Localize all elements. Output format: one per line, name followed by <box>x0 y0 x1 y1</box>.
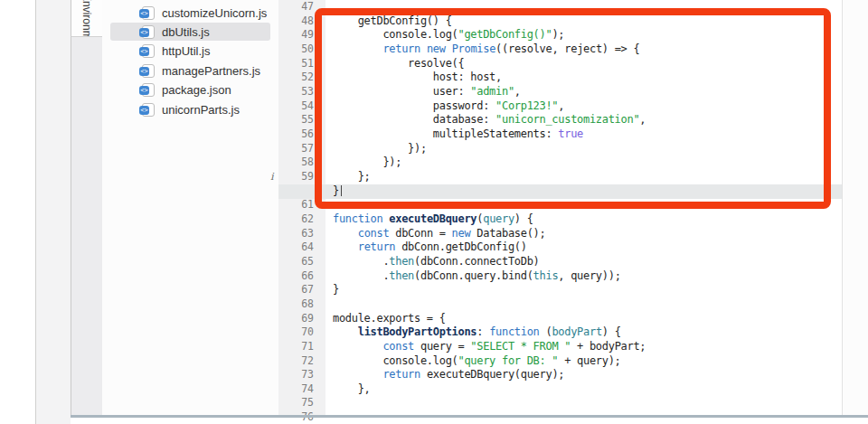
line-number-71[interactable]: 71 <box>278 340 314 354</box>
code-line-69[interactable]: module.exports = { <box>333 312 843 326</box>
line-number-56[interactable]: 56 <box>278 127 314 142</box>
code-line-67[interactable]: } <box>333 283 843 297</box>
line-number-74[interactable]: 74 <box>278 382 314 397</box>
line-number-52[interactable]: 52 <box>278 71 314 85</box>
code-line-58[interactable]: }); <box>333 155 843 170</box>
line-number-59[interactable]: 59 <box>278 170 314 184</box>
line-number-61[interactable]: 61 <box>278 198 314 212</box>
code-token: }, <box>333 382 371 395</box>
code-line-65[interactable]: .then(dbConn.connectToDb) <box>333 255 843 269</box>
tree-item-package.json[interactable]: <>package.json <box>110 81 270 99</box>
line-number-51[interactable]: 51 <box>278 57 314 71</box>
code-token: listBodyPartOptions <box>358 325 477 338</box>
line-number-53[interactable]: 53 <box>278 85 314 99</box>
code-token <box>333 325 358 338</box>
code-token: host: host, <box>333 71 502 83</box>
line-number-72[interactable]: 72 <box>278 354 314 369</box>
code-token: , query)); <box>558 269 620 282</box>
code-token: then <box>389 255 414 268</box>
line-number-47[interactable]: 47 <box>278 0 314 14</box>
line-number-62[interactable]: 62 <box>278 212 314 227</box>
code-line-63[interactable]: const dbConn = new Database(); <box>333 227 843 241</box>
code-line-61[interactable] <box>333 198 843 212</box>
collapsed-panel-strip <box>36 0 71 424</box>
line-number-54[interactable]: 54 <box>278 99 314 114</box>
code-line-53[interactable]: user: "admin", <box>333 85 843 99</box>
code-token: new <box>427 42 446 55</box>
file-name-label: httpUtil.js <box>162 44 210 58</box>
code-token: + bodyPart; <box>571 340 646 353</box>
code-token: ) { <box>514 212 533 225</box>
code-line-66[interactable]: .then(dbConn.query.bind(this, query)); <box>333 269 843 284</box>
code-token <box>333 368 382 381</box>
line-number-50[interactable]: 50 <box>278 42 314 57</box>
line-number-63[interactable]: 63 <box>278 227 314 241</box>
code-line-48[interactable]: getDbConfig() { <box>333 14 843 29</box>
code-token: "query for DB: " <box>458 354 559 367</box>
tree-item-dbUtils.js[interactable]: <>dbUtils.js <box>110 23 270 41</box>
code-line-52[interactable]: host: host, <box>333 71 843 85</box>
code-line-51[interactable]: resolve({ <box>333 57 843 71</box>
code-line-60[interactable]: } <box>333 184 843 199</box>
line-number-64[interactable]: 64 <box>278 240 314 255</box>
code-token: "unicorn_customization" <box>495 113 639 126</box>
line-number-57[interactable]: 57 <box>278 142 314 156</box>
code-token: . <box>333 255 389 268</box>
line-number-75[interactable]: 75 <box>278 396 314 410</box>
code-token: return <box>382 42 420 55</box>
js-file-icon: <> <box>142 103 155 117</box>
code-glyph-icon: <> <box>139 28 149 37</box>
code-editor[interactable]: 4748495051525354555657585960616263646566… <box>278 0 843 415</box>
code-line-54[interactable]: password: "Corp123!", <box>333 99 843 114</box>
code-token: dbConn.getDbConfig() <box>395 240 526 253</box>
code-token: , <box>514 85 521 98</box>
line-number-65[interactable]: 65 <box>278 255 314 269</box>
code-line-50[interactable]: return new Promise((resolve, reject) => … <box>333 42 843 57</box>
line-number-58[interactable]: 58 <box>278 155 314 170</box>
editor-gutter: 4748495051525354555657585960616263646566… <box>278 0 326 415</box>
line-number-70[interactable]: 70 <box>278 325 314 340</box>
code-token: }); <box>333 142 427 155</box>
tree-item-managePartners.js[interactable]: <>managePartners.js <box>110 61 270 80</box>
code-line-71[interactable]: const query = "SELECT * FROM " + bodyPar… <box>333 340 843 354</box>
right-margin <box>843 0 868 415</box>
code-line-70[interactable]: listBodyPartOptions: function (bodyPart)… <box>333 325 843 340</box>
code-line-64[interactable]: return dbConn.getDbConfig() <box>333 240 843 255</box>
code-line-74[interactable]: }, <box>333 382 843 397</box>
tab-environment[interactable]: Environment <box>71 0 102 37</box>
code-token: ((resolve, reject) => { <box>495 42 639 55</box>
code-line-57[interactable]: }); <box>333 142 843 156</box>
line-number-73[interactable]: 73 <box>278 368 314 382</box>
code-token: database: <box>333 113 495 126</box>
line-number-55[interactable]: 55 <box>278 113 314 127</box>
line-number-49[interactable]: 49 <box>278 28 314 42</box>
line-number-68[interactable]: 68 <box>278 297 314 312</box>
tree-item-unicornParts.js[interactable]: <>unicornParts.js <box>110 100 270 118</box>
tab-environment-label: Environment <box>80 0 93 37</box>
editor-bottom-border <box>71 415 868 418</box>
line-number-66[interactable]: 66 <box>278 269 314 284</box>
code-line-62[interactable]: function executeDBquery(query) { <box>333 212 843 227</box>
ide-window: Environment <>customizeUnicorn.js<>dbUti… <box>0 0 868 424</box>
code-line-59[interactable]: }; <box>333 170 843 184</box>
line-number-48[interactable]: 48 <box>278 14 314 29</box>
code-line-55[interactable]: database: "unicorn_customization", <box>333 113 843 127</box>
line-number-69[interactable]: 69 <box>278 312 314 326</box>
code-line-72[interactable]: console.log("query for DB: " + query); <box>333 354 843 369</box>
code-line-49[interactable]: console.log("getDbConfig()"); <box>333 28 843 42</box>
code-line-68[interactable] <box>333 297 843 312</box>
code-glyph-icon: <> <box>139 86 149 95</box>
code-line-56[interactable]: multipleStatements: true <box>333 127 843 142</box>
code-token: : <box>476 325 489 338</box>
code-token <box>333 42 382 55</box>
code-line-47[interactable] <box>333 0 843 14</box>
file-name-label: package.json <box>162 83 231 97</box>
code-token: "Corp123!" <box>495 99 558 112</box>
code-line-73[interactable]: return executeDBquery(query); <box>333 368 843 382</box>
tree-item-httpUtil.js[interactable]: <>httpUtil.js <box>110 42 270 61</box>
line-number-67[interactable]: 67 <box>278 283 314 297</box>
code-line-75[interactable] <box>333 396 843 410</box>
tree-item-customizeUnicorn.js[interactable]: <>customizeUnicorn.js <box>110 4 270 22</box>
code-token: console.log( <box>333 354 458 367</box>
code-token: Promise <box>452 42 495 55</box>
